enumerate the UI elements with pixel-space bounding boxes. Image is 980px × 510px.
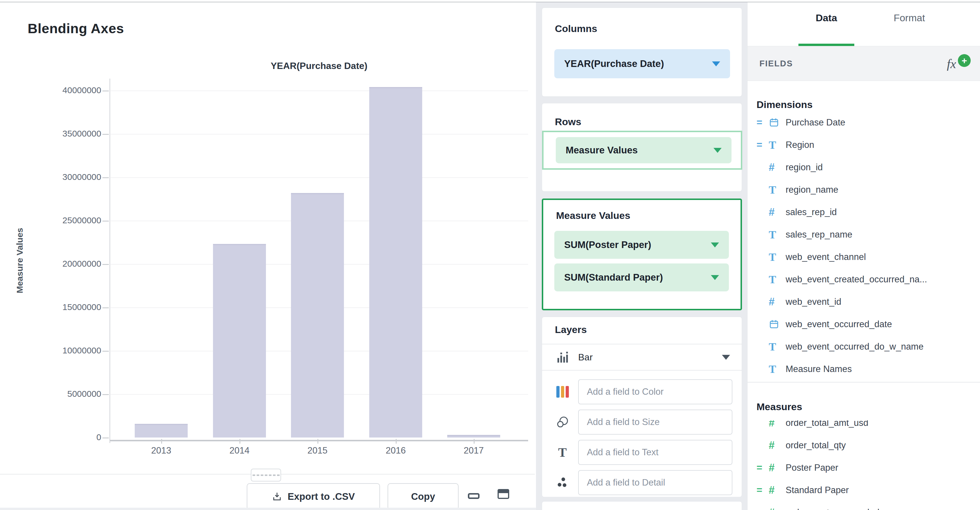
measure-pill-label: SUM(Standard Paper) [564, 272, 663, 283]
field-item-web-event-occurred-day[interactable]: #web_event_occurred_day [757, 501, 972, 510]
y-axis-tick [102, 394, 109, 395]
bar-2014[interactable] [213, 244, 266, 438]
text-icon: T [769, 273, 786, 286]
y-axis-line [110, 79, 110, 443]
field-item-purchase-date[interactable]: =Purchase Date [757, 111, 972, 134]
layers-panel: Layers Bar Add a field to ColorAdd a fie… [542, 317, 742, 497]
columns-pill-year-purchase-date[interactable]: YEAR(Purchase Date) [554, 49, 730, 78]
chevron-down-icon[interactable] [711, 242, 719, 247]
add-calculated-field-button[interactable]: fx + [945, 54, 974, 75]
linked-equals-icon: = [757, 117, 769, 128]
number-icon: # [769, 296, 786, 308]
color-bars-icon [553, 379, 572, 404]
field-item-measure-names[interactable]: TMeasure Names [757, 358, 972, 380]
compact-view-icon[interactable] [468, 493, 479, 499]
text-icon: T [769, 183, 786, 196]
field-item-sales-rep-id[interactable]: #sales_rep_id [757, 201, 972, 223]
y-axis-tick [102, 264, 109, 265]
y-axis-tick [102, 91, 109, 91]
layers-header: Layers [555, 324, 587, 335]
text-icon: T [769, 251, 786, 263]
bar-2016[interactable] [369, 87, 422, 438]
linked-equals-icon: = [757, 484, 769, 496]
chart-title: YEAR(Purchase Date) [110, 61, 528, 71]
field-label: order_total_qty [786, 440, 846, 451]
y-axis-tick-label: 15000000 [32, 302, 101, 312]
bar-chart-icon [553, 351, 572, 363]
chevron-down-icon[interactable] [713, 148, 722, 153]
bar-2013[interactable] [135, 424, 188, 438]
copy-button[interactable]: Copy [388, 483, 458, 510]
field-item-web-event-occurred-do-w-name[interactable]: Tweb_event_occurred_do_w_name [757, 335, 972, 358]
field-label: web_event_occurred_day [786, 507, 889, 510]
tab-data[interactable]: Data [803, 12, 850, 24]
field-label: web_event_occurred_do_w_name [786, 341, 924, 352]
field-label: sales_rep_name [786, 230, 852, 240]
layer-field-input-color[interactable]: Add a field to Color [578, 379, 732, 404]
layer-field-row: Add a field to Size [542, 410, 742, 435]
number-icon: # [769, 484, 786, 496]
bar-2015[interactable] [291, 193, 344, 438]
rows-shelf: Rows Measure Values [542, 103, 742, 191]
y-axis-tick [102, 351, 109, 352]
y-axis-tick [102, 177, 109, 178]
y-axis-tick [102, 134, 109, 135]
x-axis-tick-label: 2013 [132, 445, 190, 456]
layer-field-input-size[interactable]: Add a field to Size [578, 410, 732, 435]
layer-field-input-text[interactable]: Add a field to Text [578, 440, 732, 465]
field-item-web-event-occurred-date[interactable]: web_event_occurred_date [757, 313, 972, 335]
x-axis-tick-label: 2016 [367, 445, 425, 456]
field-item-sales-rep-name[interactable]: Tsales_rep_name [757, 223, 972, 246]
y-axis-tick [102, 308, 109, 308]
copy-label: Copy [411, 491, 435, 502]
list-clip-overlay [748, 413, 980, 420]
field-item-region[interactable]: =TRegion [757, 134, 972, 156]
field-item-web-event-channel[interactable]: Tweb_event_channel [757, 246, 972, 268]
tab-format[interactable]: Format [885, 12, 934, 24]
chart-builder-app: Blending Axes YEAR(Purchase Date) Measur… [0, 0, 980, 510]
field-label: Poster Paper [786, 462, 838, 473]
y-axis-title: Measure Values [15, 202, 25, 319]
fx-icon: fx [947, 56, 956, 71]
dimensions-header: Dimensions [757, 99, 813, 110]
field-item-web-event-id[interactable]: #web_event_id [757, 290, 972, 313]
filters-panel: Filters [542, 501, 742, 510]
active-tab-underline [799, 44, 854, 46]
columns-pill-label: YEAR(Purchase Date) [564, 58, 664, 69]
layer-type-selector[interactable]: Bar [542, 344, 742, 370]
y-axis-tick-label: 35000000 [32, 129, 101, 139]
y-axis-tick-label: 20000000 [32, 259, 101, 269]
measure-values-pill-2[interactable]: SUM(Standard Paper) [554, 263, 729, 292]
field-item-standard-paper[interactable]: =#Standard Paper [757, 479, 972, 501]
field-label: web_event_occurred_date [786, 319, 892, 330]
resize-drag-handle[interactable] [251, 469, 281, 481]
x-axis-tick-label: 2017 [445, 445, 503, 456]
field-label: Standard Paper [786, 485, 849, 496]
filters-header: Filters [555, 508, 585, 510]
rows-highlight-band: Measure Values [542, 131, 742, 170]
field-label: region_id [786, 162, 823, 173]
field-item-poster-paper[interactable]: =#Poster Paper [757, 456, 972, 479]
field-item-web-event-created-occurred-na-[interactable]: Tweb_event_created_occurred_na... [757, 268, 972, 290]
detail-dots-icon [553, 470, 572, 495]
measure-values-pill-1[interactable]: SUM(Poster Paper) [554, 231, 729, 259]
rows-pill-measure-values[interactable]: Measure Values [556, 137, 732, 163]
x-axis-tick [239, 439, 240, 444]
window-view-icon[interactable] [498, 489, 509, 499]
export-csv-button[interactable]: Export to .CSV [247, 483, 380, 510]
field-label: Measure Names [786, 364, 852, 375]
columns-header: Columns [555, 23, 597, 34]
layer-field-row: Add a field to Color [542, 379, 742, 404]
bar-2017[interactable] [447, 435, 500, 438]
text-icon: T [769, 340, 786, 353]
chevron-down-icon[interactable] [712, 61, 720, 66]
y-axis-tick [102, 438, 109, 438]
chevron-down-icon[interactable] [722, 355, 730, 360]
field-item-region-name[interactable]: Tregion_name [757, 178, 972, 201]
measure-pill-label: SUM(Poster Paper) [564, 239, 651, 250]
field-item-region-id[interactable]: #region_id [757, 156, 972, 178]
layer-field-input-detail[interactable]: Add a field to Detail [578, 470, 732, 495]
chevron-down-icon[interactable] [711, 275, 719, 280]
field-item-order-total-qty[interactable]: #order_total_qty [757, 434, 972, 456]
download-icon [272, 491, 282, 502]
